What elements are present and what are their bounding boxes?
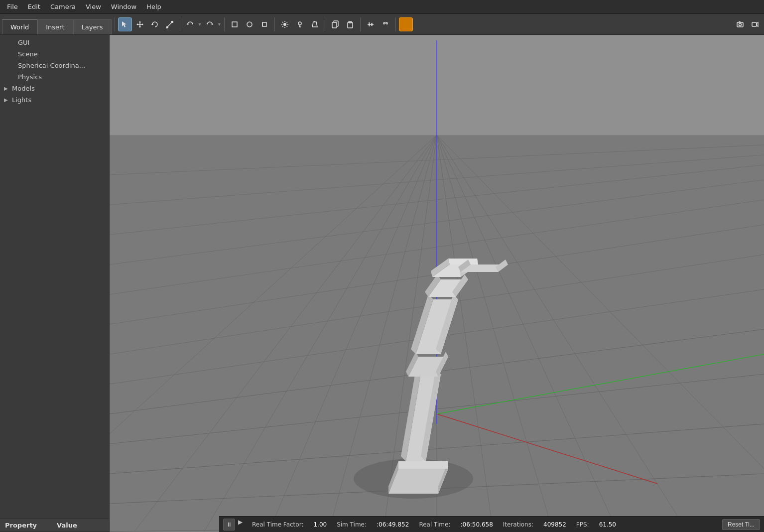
align-btn[interactable] (364, 17, 378, 31)
toolbar-sep-1 (115, 17, 115, 31)
menu-camera[interactable]: Camera (46, 1, 80, 12)
models-label: Models (12, 85, 35, 92)
sim-time-label: Sim Time: (337, 521, 367, 528)
models-arrow: ▶ (4, 86, 10, 91)
tree-item-lights[interactable]: ▶ Lights (0, 94, 109, 106)
svg-marker-29 (312, 22, 317, 27)
step-btn[interactable]: ▶ (238, 519, 248, 531)
svg-marker-5 (136, 23, 138, 25)
toolbar-sep-3 (224, 17, 225, 31)
tab-insert[interactable]: Insert (37, 19, 73, 34)
svg-rect-42 (752, 22, 757, 26)
svg-line-23 (286, 26, 287, 27)
statusbar: ⏸ ▶ Real Time Factor: 1.00 Sim Time: :06… (219, 516, 764, 532)
physics-label: Physics (18, 73, 42, 81)
box-shape[interactable] (228, 17, 242, 31)
svg-point-14 (247, 22, 252, 27)
select-tool[interactable] (118, 17, 132, 31)
svg-line-25 (282, 26, 283, 27)
sim-time-value: :06:49.852 (377, 521, 409, 528)
translate-tool[interactable] (133, 17, 147, 31)
tab-world[interactable]: World (2, 19, 37, 34)
tab-group: World Insert Layers (2, 14, 112, 34)
toolbar-sep-5 (325, 17, 325, 31)
svg-line-24 (286, 22, 287, 23)
svg-rect-37 (371, 23, 373, 26)
spot-light[interactable] (308, 17, 322, 31)
iterations-label: Iterations: (503, 521, 533, 528)
real-time-factor-label: Real Time Factor: (252, 521, 303, 528)
real-time-value: :06:50.658 (460, 521, 493, 528)
property-panel: Property Value (0, 519, 109, 532)
fps-value: 61.50 (599, 521, 616, 528)
tree-item-scene[interactable]: Scene (0, 48, 109, 60)
svg-rect-36 (369, 22, 370, 26)
pause-btn[interactable]: ⏸ (223, 519, 235, 531)
undo-btn[interactable] (183, 17, 197, 31)
svg-point-26 (298, 22, 301, 25)
lights-label: Lights (12, 96, 31, 104)
reset-btn[interactable]: Reset Ti... (722, 519, 760, 530)
menu-view[interactable]: View (82, 1, 105, 12)
svg-rect-13 (232, 22, 237, 27)
paste-btn[interactable] (343, 17, 357, 31)
tab-layers[interactable]: Layers (73, 19, 112, 34)
property-col2: Value (57, 522, 77, 529)
screenshot-btn[interactable] (733, 17, 747, 31)
fps-label: FPS: (576, 521, 589, 528)
tree-item-spherical[interactable]: Spherical Coordina... (0, 60, 109, 71)
lights-arrow: ▶ (4, 97, 10, 103)
svg-marker-6 (142, 23, 143, 25)
redo-btn[interactable] (203, 17, 217, 31)
magnet-btn[interactable] (379, 17, 392, 31)
svg-marker-4 (139, 26, 141, 28)
svg-rect-10 (171, 21, 173, 23)
gui-label: GUI (18, 39, 29, 46)
iterations-value: 409852 (543, 521, 566, 528)
scale-tool[interactable] (163, 17, 177, 31)
toolbar: World Insert Layers (0, 14, 764, 35)
copy-btn[interactable] (328, 17, 342, 31)
main-layout: GUI Scene Spherical Coordina... Physics … (0, 35, 764, 532)
svg-rect-9 (166, 26, 168, 28)
toolbar-sep-6 (360, 17, 361, 31)
viewport-grid (110, 35, 764, 532)
menu-edit[interactable]: Edit (24, 1, 44, 12)
sidebar: GUI Scene Spherical Coordina... Physics … (0, 35, 110, 532)
tree-item-models[interactable]: ▶ Models (0, 83, 109, 94)
cylinder-shape[interactable] (257, 17, 271, 31)
property-col1: Property (5, 522, 37, 529)
real-time-factor-value: 1.00 (313, 521, 327, 528)
svg-point-17 (283, 23, 286, 26)
svg-rect-32 (332, 22, 337, 28)
svg-line-22 (282, 22, 283, 23)
record-btn[interactable] (748, 17, 762, 31)
tree-item-physics[interactable]: Physics (0, 71, 109, 83)
svg-point-40 (739, 23, 742, 26)
toolbar-sep-7 (395, 17, 396, 31)
point-light[interactable] (293, 17, 307, 31)
world-tree: GUI Scene Spherical Coordina... Physics … (0, 35, 109, 519)
svg-marker-79 (398, 461, 448, 469)
svg-marker-3 (139, 21, 141, 22)
spherical-label: Spherical Coordina... (18, 62, 85, 69)
menu-window[interactable]: Window (107, 1, 140, 12)
svg-rect-38 (403, 21, 409, 27)
menu-file[interactable]: File (3, 1, 22, 12)
toolbar-sep-4 (274, 17, 275, 31)
rotate-tool[interactable] (148, 17, 162, 31)
real-time-label: Real Time: (419, 521, 450, 528)
sphere-shape[interactable] (243, 17, 256, 31)
svg-marker-43 (757, 22, 758, 26)
scene-label: Scene (18, 50, 38, 58)
svg-rect-41 (739, 21, 741, 22)
svg-rect-15 (262, 22, 266, 26)
property-header: Property Value (0, 519, 109, 532)
color-btn[interactable] (399, 17, 413, 31)
sun-light[interactable] (278, 17, 292, 31)
tree-item-gui[interactable]: GUI (0, 37, 109, 48)
toolbar-sep-2 (180, 17, 180, 31)
menu-help[interactable]: Help (142, 1, 165, 12)
menubar: File Edit Camera View Window Help (0, 0, 764, 14)
viewport[interactable]: ⏸ ▶ Real Time Factor: 1.00 Sim Time: :06… (110, 35, 764, 532)
